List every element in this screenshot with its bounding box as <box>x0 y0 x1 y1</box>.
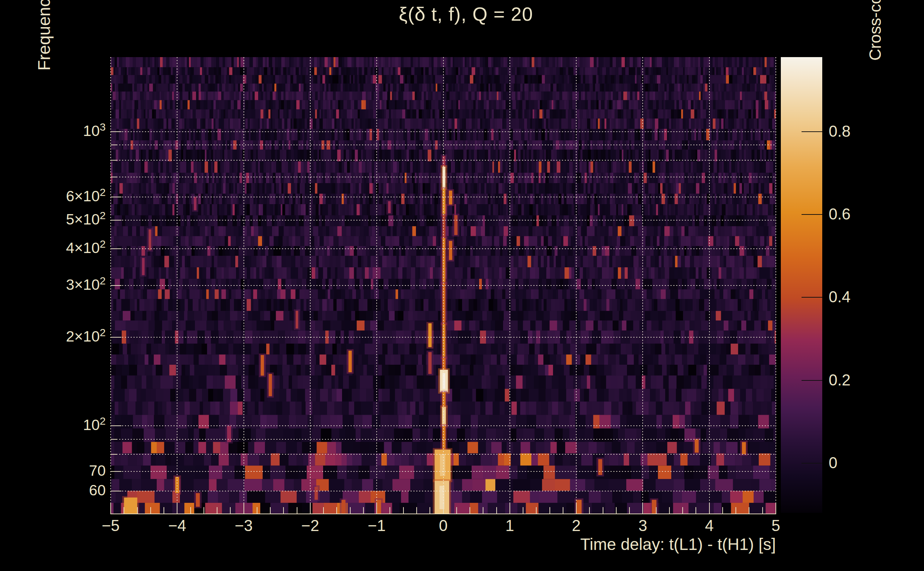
x-tick-label: 5 <box>754 517 797 535</box>
colorbar-tick-label: 0 <box>829 454 900 472</box>
x-tick-label: 2 <box>555 517 598 535</box>
colorbar-tick-label: 0.8 <box>829 122 900 140</box>
y-tick-label: 103 <box>20 122 106 139</box>
colorbar-tick <box>802 380 822 381</box>
colorbar-tick <box>802 297 822 298</box>
colorbar-title: Cross-correlation ξ <box>865 43 924 61</box>
x-tick-label: −2 <box>289 517 332 535</box>
plot-area <box>111 57 776 514</box>
colorbar-tick-label: 0.2 <box>829 371 900 389</box>
x-tick-label: −1 <box>355 517 398 535</box>
x-tick-label: 0 <box>422 517 465 535</box>
colorbar-tick <box>802 463 822 464</box>
colorbar-tick <box>802 131 822 132</box>
y-tick-label: 60 <box>20 482 106 499</box>
colorbar-tick-label: 0.6 <box>829 205 900 223</box>
x-tick-label: 1 <box>488 517 531 535</box>
y-tick-label: 3×102 <box>20 276 106 293</box>
x-tick-label: 4 <box>688 517 731 535</box>
y-tick-label: 5×102 <box>20 211 106 228</box>
colorbar-tick <box>802 214 822 215</box>
x-axis-title: Time delay: t(L1) - t(H1) [s] <box>419 535 776 554</box>
y-tick-label: 4×102 <box>20 239 106 256</box>
x-axis-line <box>111 514 776 514</box>
x-tick-label: −3 <box>223 517 265 535</box>
x-tick-label: −5 <box>89 517 132 535</box>
x-tick-label: 3 <box>621 517 664 535</box>
spectrogram-figure: { "chart_data": { "type": "heatmap", "ti… <box>0 0 924 571</box>
chart-title: ξ(δ t, f), Q = 20 <box>111 3 821 25</box>
y-tick-label: 102 <box>20 417 106 434</box>
y-tick-label: 2×102 <box>20 328 106 345</box>
x-tick-label: −4 <box>156 517 198 535</box>
colorbar-tick-label: 0.4 <box>829 288 900 306</box>
y-tick-label: 70 <box>20 462 106 479</box>
colorbar <box>781 57 822 513</box>
y-tick-label: 6×102 <box>20 188 106 205</box>
heatmap-canvas <box>111 57 776 514</box>
